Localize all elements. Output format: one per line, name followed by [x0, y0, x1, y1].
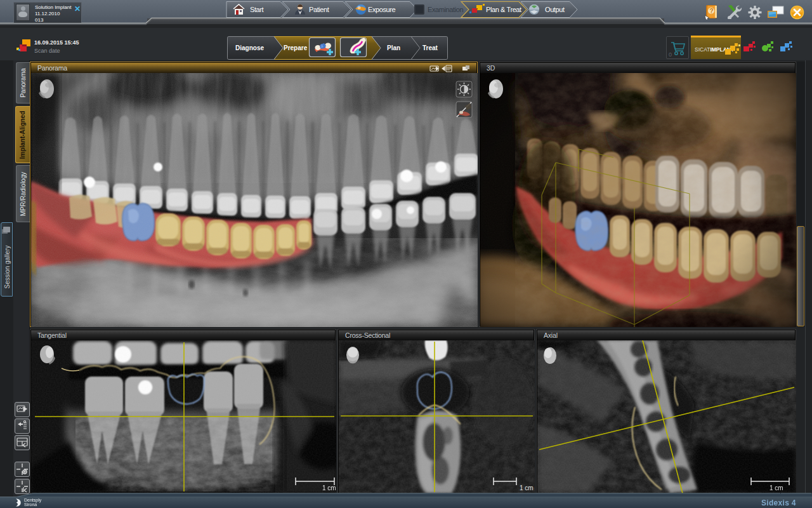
- svg-text:Prepare: Prepare: [284, 44, 308, 51]
- svg-text:Output: Output: [545, 6, 565, 13]
- svg-text:0: 0: [669, 51, 672, 58]
- svg-text:?: ?: [710, 8, 714, 15]
- svg-text:1 cm: 1 cm: [769, 485, 783, 491]
- svg-text:Treat: Treat: [422, 44, 438, 51]
- svg-text:1 cm: 1 cm: [322, 485, 336, 491]
- svg-text:Diagnose: Diagnose: [235, 44, 264, 51]
- svg-text:Examination: Examination: [428, 6, 463, 13]
- svg-text:Plan & Treat: Plan & Treat: [486, 6, 521, 13]
- svg-text:Exposure: Exposure: [368, 6, 396, 13]
- svg-text:Start: Start: [250, 6, 264, 13]
- svg-text:1 cm: 1 cm: [520, 485, 534, 491]
- svg-text:Plan: Plan: [387, 44, 400, 51]
- svg-text:Patient: Patient: [309, 6, 329, 13]
